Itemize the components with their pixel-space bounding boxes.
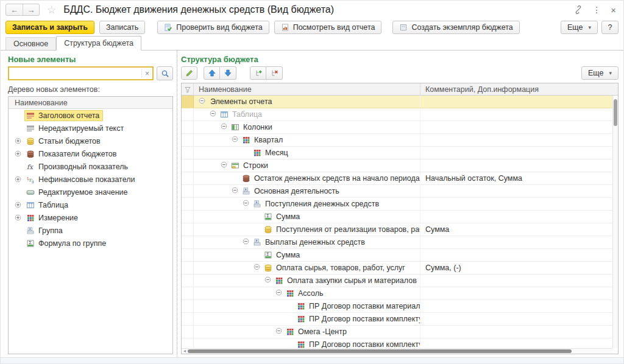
name-cell[interactable]: Элементы отчета [194,96,420,108]
collapse-minus-icon[interactable] [232,187,239,195]
collapse-minus-icon[interactable] [210,110,218,119]
expand-plus-icon[interactable] [15,214,25,221]
delete-node-button[interactable] [266,66,283,80]
tree-item[interactable]: Нередактируемый текст [9,122,172,135]
tab-main[interactable]: Основное [5,37,56,50]
comment-cell[interactable] [420,300,612,312]
comment-column-header[interactable]: Комментарий, Доп.информация [420,83,618,95]
name-cell[interactable]: Месяц [194,147,420,159]
comment-cell[interactable] [420,287,612,299]
tree-item[interactable]: Редактируемое значение [9,186,172,198]
comment-cell[interactable] [420,338,612,348]
comment-cell[interactable] [420,249,612,261]
name-cell[interactable]: ПР Договор поставки комплектующих [194,338,420,348]
table-row[interactable]: ПР Договор поставки материалов [182,300,612,313]
tree-item-content[interactable]: Измерение [25,213,81,223]
kebab-menu-icon[interactable]: ⋮ [592,5,601,15]
table-row[interactable]: Остаток денежных средств на начало перио… [182,172,612,185]
save-button[interactable]: Записать [99,21,145,34]
table-row[interactable]: Месяц [182,147,612,159]
search-input[interactable] [9,68,141,79]
new-elements-column-header[interactable]: Наименование [9,97,172,109]
name-cell[interactable]: Таблица [194,108,420,121]
add-subordinate-button[interactable] [250,66,266,80]
tree-item-content[interactable]: Таблица [25,200,71,210]
expand-plus-icon[interactable] [15,150,25,157]
horizontal-scrollbar-thumb[interactable] [188,349,572,353]
collapse-minus-icon[interactable] [221,161,229,170]
name-cell[interactable]: Оплата сырья, товаров, работ, услуг [194,262,420,274]
tree-item-content[interactable]: Показатели бюджетов [25,149,119,159]
search-button[interactable] [157,66,173,80]
vertical-scrollbar[interactable] [612,96,618,348]
name-cell[interactable]: Остаток денежных средств на начало перио… [194,172,420,184]
collapse-minus-icon[interactable] [243,200,250,208]
back-button[interactable]: ← [6,4,23,15]
name-cell[interactable]: ПР Договор поставки комплектующих [194,313,420,325]
table-row[interactable]: Поступления денежных средств [182,198,612,211]
table-row[interactable]: Элементы отчета [182,96,612,108]
name-cell[interactable]: Оплата закупки сырья и материалов [194,275,420,287]
name-cell[interactable]: Выплаты денежных средств [194,236,420,248]
comment-cell[interactable] [420,147,612,159]
expand-plus-icon[interactable] [15,176,25,183]
name-cell[interactable]: Поступления от реализации товаров, работ… [194,223,420,236]
tree-item[interactable]: fxПроизводный показатель [9,160,172,173]
tree-item[interactable]: Таблица [9,198,172,211]
move-up-button[interactable] [204,66,220,80]
comment-cell[interactable] [420,326,612,338]
edit-button[interactable] [181,66,197,80]
link-icon[interactable] [574,5,583,14]
comment-cell[interactable]: Начальный остаток, Сумма [420,172,612,184]
table-row[interactable]: Ассоль [182,287,612,300]
tree-item-content[interactable]: Нередактируемый текст [25,124,127,133]
name-cell[interactable]: ПР Договор поставки материалов [194,300,420,312]
tab-budget-structure[interactable]: Структура бюджета [56,36,141,51]
collapse-minus-icon[interactable] [275,327,283,336]
comment-cell[interactable] [420,236,612,248]
scroll-left-icon[interactable]: ◂ [183,349,186,354]
table-row[interactable]: ПР Договор поставки комплектующих [182,338,612,348]
tree-item[interactable]: Показатели бюджетов [9,147,172,160]
name-cell[interactable]: Строки [194,159,420,172]
collapse-minus-icon[interactable] [221,123,229,131]
create-instance-button[interactable]: Создать экземпляр бюджета [392,21,519,34]
favorite-star-icon[interactable]: ☆ [47,5,56,15]
table-row[interactable]: Выплаты денежных средств [182,236,612,249]
table-row[interactable]: Оплата сырья, товаров, работ, услугСумма… [182,262,612,275]
comment-cell[interactable] [420,275,612,287]
table-row[interactable]: Основная деятельность [182,185,612,198]
comment-cell[interactable] [420,313,612,325]
name-cell[interactable]: Ассоль [194,287,420,299]
collapse-minus-icon[interactable] [275,289,283,298]
tree-item-content[interactable]: Заголовок отчета [25,111,102,121]
forward-button[interactable]: → [23,4,39,15]
name-cell[interactable]: Основная деятельность [194,185,420,197]
comment-cell[interactable] [420,185,612,197]
tree-item[interactable]: Группа [9,224,172,237]
table-row[interactable]: Таблица [182,108,612,121]
name-cell[interactable]: ΣСумма [194,249,420,261]
table-row[interactable]: ПР Договор поставки комплектующих [182,313,612,326]
tree-item[interactable]: Измерение [9,211,172,224]
tree-item-content[interactable]: Редактируемое значение [25,187,130,197]
name-cell[interactable]: Квартал [194,134,420,146]
more-button[interactable]: Еще▾ [561,21,598,34]
comment-cell[interactable] [420,159,612,172]
collapse-minus-icon[interactable] [254,264,261,272]
name-column-header[interactable]: Наименование [194,83,420,95]
collapse-minus-icon[interactable] [232,136,239,144]
tree-item[interactable]: ΣФормула по группе [9,237,172,250]
collapse-minus-icon[interactable] [199,97,207,106]
name-cell[interactable]: Поступления денежных средств [194,198,420,210]
help-button[interactable]: ? [601,21,619,34]
table-row[interactable]: ΣСумма [182,211,612,223]
collapse-minus-icon[interactable] [264,276,272,285]
horizontal-scrollbar[interactable]: ◂ [182,348,612,354]
save-close-button[interactable]: Записать и закрыть [5,21,94,34]
expand-plus-icon[interactable] [15,201,25,208]
comment-cell[interactable] [420,198,612,210]
table-row[interactable]: Колонки [182,121,612,134]
row-marker-column-header[interactable] [182,83,194,95]
name-cell[interactable]: ΣСумма [194,211,420,223]
